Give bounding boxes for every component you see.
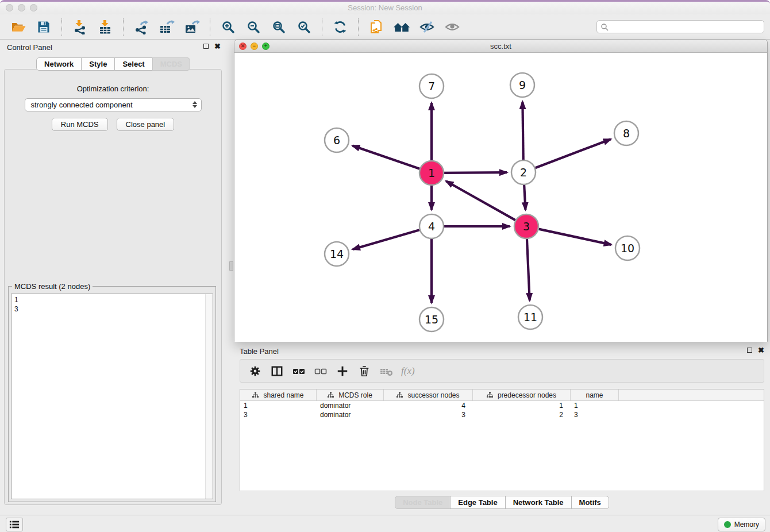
table-cell[interactable]: 3 (571, 410, 619, 419)
clone-network-icon (369, 19, 384, 35)
home-view-button[interactable] (391, 17, 412, 37)
eye-icon (445, 20, 460, 34)
control-panel-header: Control Panel ✖ (0, 40, 226, 55)
network-canvas[interactable]: 7968124314101511 (234, 53, 767, 342)
add-row-button[interactable] (336, 364, 349, 379)
criterion-select[interactable]: strongly connected component (25, 98, 202, 111)
close-panel-icon[interactable]: ✖ (214, 43, 221, 49)
graph-edge-2-3[interactable] (524, 185, 525, 210)
network-window-titlebar[interactable]: ✕ − + scc.txt (234, 40, 767, 53)
close-panel-button[interactable]: Close panel (117, 118, 175, 131)
save-icon (37, 20, 51, 34)
graph-edge-1-2[interactable] (444, 172, 507, 173)
table-cell[interactable]: 1 (240, 401, 317, 410)
unselect-all-columns-button[interactable] (314, 364, 328, 379)
result-scrollbar[interactable] (205, 294, 213, 499)
select-stepper-icon (192, 101, 197, 108)
column-header-predecessor-nodes[interactable]: predecessor nodes (473, 390, 571, 400)
zoom-out-button[interactable] (243, 17, 264, 37)
import-network-button[interactable] (70, 17, 90, 37)
tab-network[interactable]: Network (36, 57, 82, 71)
toolbar-separator (210, 18, 210, 36)
graph-node-label: 7 (428, 80, 435, 92)
graph-node-label: 6 (333, 134, 340, 147)
import-network-icon (72, 20, 87, 34)
tab-network-table[interactable]: Network Table (505, 496, 572, 509)
export-image-button[interactable] (182, 17, 202, 37)
graph-node-label: 9 (519, 79, 526, 91)
table-row[interactable]: 1dominator411 (240, 401, 764, 410)
plus-icon (336, 365, 349, 377)
control-panel-title: Control Panel (7, 43, 52, 52)
refresh-view-button[interactable] (330, 17, 351, 37)
export-network-button[interactable] (131, 17, 152, 37)
export-table-button[interactable] (156, 17, 177, 37)
select-all-columns-button[interactable] (292, 364, 306, 379)
float-panel-icon[interactable] (203, 44, 209, 49)
graph-node-label: 4 (428, 220, 435, 233)
criterion-value: strongly connected component (31, 101, 133, 109)
hide-graphics-details-button[interactable] (417, 17, 437, 37)
search-input[interactable] (611, 22, 760, 32)
graph-edge-4-14[interactable] (353, 230, 419, 249)
table-cell[interactable]: 3 (384, 410, 473, 419)
graph-edge-2-9[interactable] (522, 102, 523, 160)
zoom-in-button[interactable] (218, 17, 238, 37)
toolbar-separator (322, 18, 322, 36)
graph-edge-3-11[interactable] (527, 239, 530, 300)
tab-edge-table[interactable]: Edge Table (450, 496, 505, 509)
table-cell[interactable]: 4 (384, 401, 473, 410)
network-window-title: scc.txt (234, 42, 767, 51)
zoom-selected-icon (297, 20, 311, 34)
mcds-result-box: MCDS result (2 nodes) 1 3 (8, 286, 216, 502)
zoom-fit-button[interactable] (268, 17, 289, 37)
search-box (596, 20, 764, 33)
tab-mcds[interactable]: MCDS (152, 57, 190, 71)
memory-button[interactable]: Memory (718, 518, 765, 531)
mcds-result-area[interactable]: 1 3 (11, 294, 213, 499)
graph-edge-3-1[interactable] (446, 181, 515, 220)
open-folder-button[interactable] (8, 17, 29, 37)
graph-edge-2-8[interactable] (536, 139, 611, 168)
tab-node-table[interactable]: Node Table (395, 496, 451, 509)
import-table-button[interactable] (95, 17, 116, 37)
node-table[interactable]: shared nameMCDS rolesuccessor nodesprede… (240, 389, 764, 491)
table-cell[interactable]: 1 (473, 401, 571, 410)
show-graphics-details-button[interactable] (442, 17, 463, 37)
column-header-successor-nodes[interactable]: successor nodes (384, 390, 473, 400)
tab-select[interactable]: Select (114, 57, 152, 71)
export-table-icon (159, 20, 175, 34)
table-cell[interactable]: 1 (571, 401, 619, 410)
function-builder-icon[interactable]: f(x) (401, 365, 415, 377)
graph-edge-1-6[interactable] (352, 145, 419, 168)
column-header-shared-name[interactable]: shared name (240, 390, 317, 400)
table-cell[interactable]: 2 (473, 410, 571, 419)
column-header-name[interactable]: name (571, 390, 619, 400)
float-table-panel-icon[interactable] (747, 348, 752, 353)
tab-motifs[interactable]: Motifs (571, 496, 609, 509)
graph-node-label: 11 (523, 311, 537, 323)
graph-node-label: 3 (523, 220, 530, 233)
graph-edge-3-10[interactable] (539, 229, 611, 245)
table-cell[interactable]: dominator (317, 410, 384, 419)
table-cell[interactable]: dominator (317, 401, 384, 410)
column-header-MCDS-role[interactable]: MCDS role (317, 390, 384, 400)
graph-node-label: 1 (428, 167, 435, 179)
table-cell[interactable]: 3 (240, 410, 317, 419)
task-history-button[interactable] (6, 518, 23, 531)
split-columns-button[interactable] (270, 364, 284, 379)
delete-rows-button[interactable] (357, 364, 371, 379)
delete-column-button[interactable] (379, 364, 393, 379)
tab-style[interactable]: Style (81, 57, 115, 71)
table-panel-title: Table Panel (240, 347, 279, 356)
zoom-selected-button[interactable] (294, 17, 314, 37)
run-mcds-button[interactable]: Run MCDS (52, 118, 108, 131)
vertical-splitter-handle[interactable] (229, 261, 233, 271)
table-row[interactable]: 3dominator323 (240, 410, 764, 419)
save-session-button[interactable] (33, 17, 54, 37)
close-table-panel-icon[interactable]: ✖ (758, 347, 764, 353)
column-settings-button[interactable] (248, 364, 262, 379)
table-toolbar: f(x) (240, 359, 764, 383)
clone-network-button[interactable] (366, 17, 387, 37)
eye-slash-icon (419, 20, 434, 34)
